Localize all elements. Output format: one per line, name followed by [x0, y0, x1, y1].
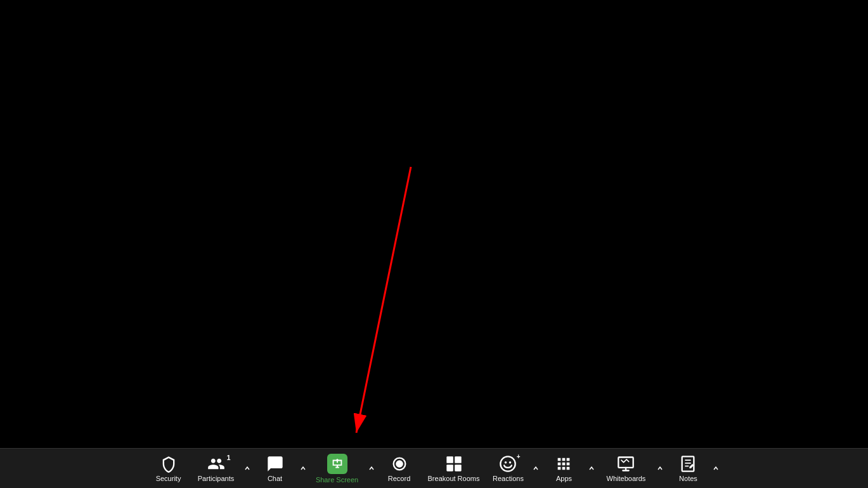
reactions-label: Reactions — [493, 475, 524, 482]
chat-icon-area — [266, 455, 284, 473]
chat-icon — [266, 455, 284, 473]
main-video-area — [0, 0, 868, 448]
toolbar-item-chat[interactable]: Chat — [253, 449, 297, 488]
reactions-icon-area: + — [499, 455, 517, 473]
chat-label: Chat — [268, 475, 282, 482]
apps-icon-area — [554, 455, 573, 473]
whiteboards-chevron[interactable] — [654, 449, 666, 488]
toolbar-item-notes[interactable]: Notes — [666, 449, 710, 488]
toolbar-item-security[interactable]: Security — [146, 449, 191, 488]
whiteboards-icon — [617, 455, 635, 473]
svg-point-9 — [505, 461, 507, 463]
security-icon-area — [160, 455, 178, 473]
whiteboards-icon-area — [617, 455, 635, 473]
reactions-icon — [499, 455, 517, 473]
apps-icon — [554, 455, 573, 473]
svg-line-1 — [356, 167, 411, 433]
participants-chevron[interactable] — [242, 449, 253, 488]
toolbar-item-share-screen[interactable]: Share Screen — [309, 449, 366, 488]
chat-chevron[interactable] — [297, 449, 309, 488]
security-label: Security — [156, 475, 181, 482]
toolbar-item-reactions[interactable]: + Reactions — [486, 449, 530, 488]
share-screen-icon-area — [327, 454, 347, 474]
reactions-plus-badge: + — [517, 453, 521, 460]
svg-rect-7 — [455, 465, 462, 472]
reactions-chevron[interactable] — [530, 449, 541, 488]
whiteboards-label: Whiteboards — [607, 475, 646, 482]
svg-point-8 — [501, 456, 515, 471]
shield-icon — [160, 455, 178, 473]
toolbar-item-breakout-rooms[interactable]: Breakout Rooms — [422, 449, 486, 488]
svg-rect-11 — [619, 457, 633, 467]
share-screen-label: Share Screen — [316, 476, 358, 484]
record-label: Record — [388, 475, 410, 482]
apps-label: Apps — [556, 475, 572, 482]
svg-rect-6 — [446, 465, 453, 472]
participants-icon-area: 1 — [207, 455, 226, 473]
toolbar-item-record[interactable]: Record — [377, 449, 422, 488]
svg-rect-12 — [682, 456, 694, 471]
toolbar-item-participants[interactable]: 1 Participants — [191, 449, 242, 488]
participants-badge: 1 — [226, 454, 230, 461]
arrow-overlay — [0, 0, 868, 448]
record-icon — [391, 455, 408, 473]
svg-rect-5 — [455, 456, 462, 463]
notes-icon-area — [679, 455, 697, 473]
toolbar-item-whiteboards[interactable]: Whiteboards — [597, 449, 654, 488]
share-screen-chevron[interactable] — [366, 449, 377, 488]
record-icon-area — [391, 455, 408, 473]
svg-point-10 — [509, 461, 512, 463]
notes-icon — [679, 455, 697, 473]
apps-chevron[interactable] — [586, 449, 597, 488]
toolbar-item-apps[interactable]: Apps — [541, 449, 586, 488]
svg-point-3 — [396, 460, 403, 468]
breakout-rooms-icon-area — [444, 455, 463, 473]
share-screen-icon — [327, 454, 347, 474]
toolbar: Security 1 Participants Chat — [0, 448, 868, 488]
participants-icon — [207, 455, 226, 473]
participants-label: Participants — [198, 475, 234, 482]
notes-chevron[interactable] — [710, 449, 722, 488]
svg-rect-4 — [446, 456, 453, 463]
breakout-rooms-icon — [444, 455, 463, 473]
notes-label: Notes — [679, 475, 697, 482]
breakout-rooms-label: Breakout Rooms — [428, 475, 480, 482]
